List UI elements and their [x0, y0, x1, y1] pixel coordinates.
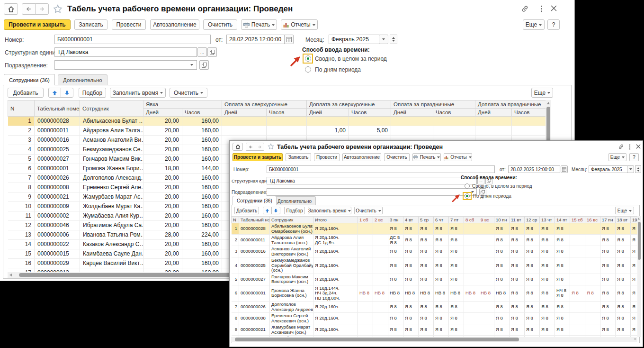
cell[interactable]: 2: [232, 235, 239, 246]
cell[interactable]: Я 8: [510, 223, 525, 235]
column-group-header[interactable]: Оплата за праздничные: [391, 101, 475, 109]
day-column-header[interactable]: 16 вс: [585, 217, 600, 223]
cell[interactable]: 8: [8, 183, 35, 192]
cell[interactable]: Асманов Анатолий Викторович (осн.): [270, 246, 313, 257]
cell[interactable]: [479, 274, 494, 285]
cell[interactable]: [479, 313, 494, 324]
cell[interactable]: [475, 126, 512, 136]
cell[interactable]: Ибрагимов Абдула Са…: [80, 221, 143, 230]
cell[interactable]: [358, 235, 373, 246]
radio-summary[interactable]: [465, 183, 470, 189]
cell[interactable]: Я 8: [494, 274, 510, 285]
cell[interactable]: 0000000021: [35, 192, 80, 202]
cell[interactable]: Я 8: [388, 313, 403, 324]
cell[interactable]: 11: [8, 211, 35, 221]
cell[interactable]: Я 8: [555, 257, 570, 274]
cell[interactable]: 3: [232, 246, 239, 257]
cell[interactable]: [373, 274, 388, 285]
number-field[interactable]: БК000000001: [267, 165, 495, 173]
cell[interactable]: Карцев Василий Викт…: [80, 259, 143, 268]
column-subheader[interactable]: Дней: [222, 109, 267, 117]
cell[interactable]: Я 8: [434, 313, 449, 324]
cell[interactable]: [570, 223, 585, 235]
cell[interactable]: Я 8: [600, 246, 616, 257]
cell[interactable]: [307, 117, 349, 126]
day-column-header[interactable]: 10 пн: [494, 217, 510, 223]
cell[interactable]: Жамурбаев Марат Асханович (осн.): [270, 324, 313, 336]
cell[interactable]: 160,00: [182, 145, 222, 155]
cell[interactable]: 0000000028: [239, 223, 270, 235]
cell[interactable]: 0000000027: [35, 155, 80, 164]
cell[interactable]: Я 8: [419, 257, 434, 274]
more-button[interactable]: Еще: [608, 153, 626, 161]
scroll-left-icon[interactable]: [9, 274, 12, 276]
cell[interactable]: Долгополов Александр Андрееви…: [270, 302, 313, 313]
cell[interactable]: НВ 8: [479, 285, 494, 302]
cell[interactable]: Жамурбаев Марат Ас…: [80, 192, 143, 202]
month-dropdown-button[interactable]: [627, 165, 634, 173]
cell[interactable]: 5: [232, 274, 239, 285]
post-button[interactable]: Провести: [314, 153, 340, 161]
cell[interactable]: 6: [8, 164, 35, 174]
cell[interactable]: Я 8: [403, 274, 419, 285]
clear-button[interactable]: Очистить: [384, 153, 410, 161]
cell[interactable]: Я 8: [616, 313, 631, 324]
cell[interactable]: [475, 117, 512, 126]
cell[interactable]: 0000000001: [35, 164, 80, 174]
help-button[interactable]: ?: [547, 19, 560, 30]
cell[interactable]: Я 8: [510, 246, 525, 257]
cell[interactable]: НЧ 8 Я 8: [555, 285, 570, 302]
cell[interactable]: Я 8: [449, 223, 464, 235]
cell[interactable]: Я 8: [449, 302, 464, 313]
cell[interactable]: Я 20д.160ч.: [313, 324, 358, 336]
column-header[interactable]: N: [8, 101, 35, 117]
cell[interactable]: Я 8: [388, 246, 403, 257]
horizontal-scrollbar[interactable]: [231, 337, 637, 342]
move-up-button[interactable]: [48, 88, 61, 98]
cell[interactable]: Айдарова Алия Талга…: [80, 126, 143, 136]
cell[interactable]: Я 8: [555, 246, 570, 257]
more-button[interactable]: Еще: [523, 19, 545, 30]
cell[interactable]: [358, 324, 373, 336]
back-button[interactable]: [246, 143, 255, 151]
column-group-header[interactable]: Доплата за сверхурочные: [307, 101, 391, 109]
cell[interactable]: [433, 126, 475, 136]
print-button[interactable]: Печать: [412, 153, 441, 161]
cell[interactable]: Я 8: [494, 313, 510, 324]
cell[interactable]: 160,00: [182, 183, 222, 192]
cell[interactable]: 9: [232, 324, 239, 336]
column-header[interactable]: Табельный номер: [35, 101, 80, 117]
cell[interactable]: [585, 313, 600, 324]
table-row[interactable]: 20000000011Айдарова Алия Талга…20,00160,…: [8, 126, 546, 136]
cell[interactable]: НВ 8: [449, 285, 464, 302]
cell[interactable]: 20,00: [143, 145, 182, 155]
cell[interactable]: [585, 235, 600, 246]
table-row[interactable]: 40000000025Бекмухамеджанов Серикбай Орал…: [232, 257, 638, 274]
cell[interactable]: [512, 117, 546, 126]
cell[interactable]: Я 8: [616, 235, 631, 246]
cell[interactable]: [512, 126, 546, 136]
cell[interactable]: 160,00: [182, 192, 222, 202]
close-icon[interactable]: [551, 5, 557, 11]
cell[interactable]: 0000000008: [35, 183, 80, 192]
cell[interactable]: Я 20д.160ч. ДС 1д.5ч.: [313, 235, 358, 246]
cell[interactable]: Я 8: [494, 246, 510, 257]
cell[interactable]: 18,00: [143, 164, 182, 174]
cell[interactable]: Я 8: [419, 302, 434, 313]
cell[interactable]: Я 8: [388, 223, 403, 235]
cell[interactable]: 7: [232, 302, 239, 313]
cell[interactable]: Каимбаева Сауле Дан…: [80, 249, 143, 259]
cell[interactable]: [464, 302, 479, 313]
cell[interactable]: [570, 274, 585, 285]
cell[interactable]: Я 8: [570, 285, 585, 302]
cell[interactable]: Я 8: [419, 274, 434, 285]
cell[interactable]: Я 8: [555, 274, 570, 285]
cell[interactable]: Еременко Сергей Але…: [80, 183, 143, 192]
cell[interactable]: 160,00: [182, 211, 222, 221]
cell[interactable]: Я: [631, 285, 638, 302]
cell[interactable]: [570, 246, 585, 257]
cell[interactable]: 8: [232, 313, 239, 324]
cell[interactable]: Я 8: [434, 223, 449, 235]
day-column-header[interactable]: 7 пт: [449, 217, 464, 223]
cell[interactable]: Я 8: [494, 223, 510, 235]
